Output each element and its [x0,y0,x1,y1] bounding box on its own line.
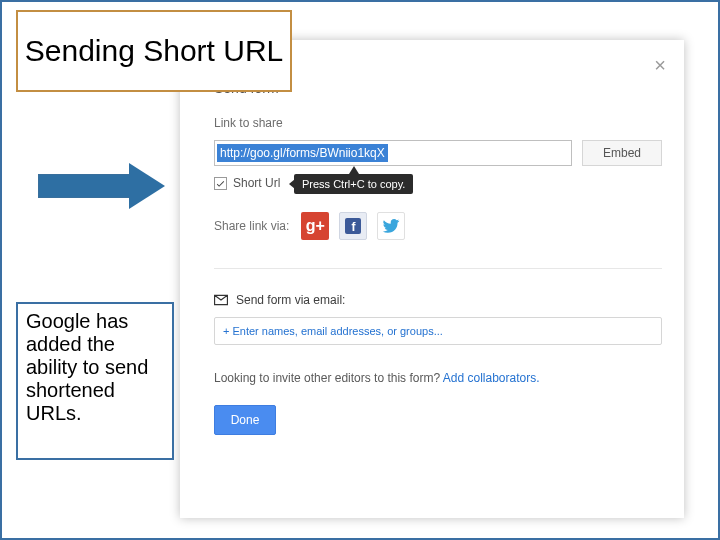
done-button[interactable]: Done [214,405,276,435]
checkmark-icon [215,178,226,189]
twitter-icon[interactable] [377,212,405,240]
send-form-dialog: × Send form Link to share http://goo.gl/… [180,40,684,518]
collaborators-text: Looking to invite other editors to this … [214,371,443,385]
share-url-value: http://goo.gl/forms/BWniio1kqX [217,144,388,162]
callout-arrow [38,163,168,209]
done-button-label: Done [231,413,260,427]
short-url-checkbox[interactable] [214,177,227,190]
facebook-glyph: f [345,218,361,234]
slide-title-box: Sending Short URL [16,10,292,92]
envelope-icon [214,294,228,306]
slide-title-text: Sending Short URL [25,35,284,67]
facebook-icon[interactable]: f [339,212,367,240]
slide-caption-box: Google has added the ability to send sho… [16,302,174,460]
send-via-email-label: Send form via email: [236,293,345,307]
add-collaborators-link[interactable]: Add collaborators. [443,371,540,385]
recipients-placeholder: + Enter names, email addresses, or group… [223,325,443,337]
close-icon[interactable]: × [654,54,666,77]
embed-button[interactable]: Embed [582,140,662,166]
embed-button-label: Embed [603,146,641,160]
share-via-label: Share link via: [214,219,289,233]
share-url-input[interactable]: http://goo.gl/forms/BWniio1kqX [214,140,572,166]
copy-tooltip: Press Ctrl+C to copy. [294,174,413,194]
collaborators-line: Looking to invite other editors to this … [214,371,662,385]
slide-caption-text: Google has added the ability to send sho… [26,310,148,424]
link-to-share-label: Link to share [214,116,662,130]
twitter-bird-icon [382,217,400,235]
short-url-label: Short Url [233,176,280,190]
recipients-input[interactable]: + Enter names, email addresses, or group… [214,317,662,345]
google-plus-icon[interactable]: g+ [301,212,329,240]
divider [214,268,662,269]
copy-tooltip-text: Press Ctrl+C to copy. [302,178,405,190]
